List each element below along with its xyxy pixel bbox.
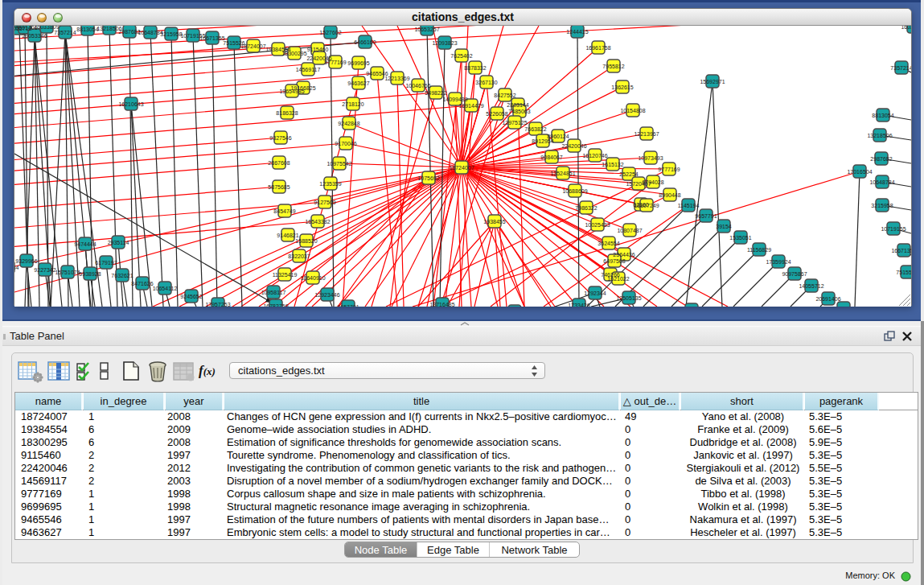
svg-text:1075692: 1075692	[417, 175, 439, 181]
svg-text:18640910: 18640910	[300, 275, 325, 281]
svg-text:90975867: 90975867	[782, 271, 807, 277]
svg-text:12213967: 12213967	[634, 131, 659, 137]
svg-text:1145194: 1145194	[678, 203, 700, 208]
svg-text:13716485: 13716485	[429, 302, 454, 307]
svg-text:9327546: 9327546	[269, 135, 291, 141]
svg-text:8878332: 8878332	[464, 65, 486, 71]
svg-text:20691406: 20691406	[815, 296, 840, 302]
svg-text:10653257: 10653257	[414, 27, 439, 32]
svg-text:16033809: 16033809	[901, 26, 911, 30]
svg-text:12505135: 12505135	[616, 295, 641, 301]
svg-text:9127509: 9127509	[314, 200, 335, 205]
svg-text:6466160: 6466160	[354, 39, 376, 45]
svg-text:6794028: 6794028	[642, 179, 663, 185]
svg-text:18724007: 18724007	[240, 43, 265, 49]
svg-text:10688609: 10688609	[562, 188, 587, 194]
svg-text:2867608: 2867608	[268, 160, 290, 166]
svg-text:2803144: 2803144	[507, 102, 528, 108]
svg-text:29053346: 29053346	[831, 306, 856, 307]
svg-text:16210643: 16210643	[118, 101, 143, 107]
svg-text:39154: 39154	[716, 224, 732, 229]
svg-text:1244415: 1244415	[566, 29, 588, 35]
svg-text:8186328: 8186328	[276, 110, 298, 116]
svg-text:7986322: 7986322	[575, 205, 597, 211]
svg-text:8990448: 8990448	[659, 192, 680, 198]
svg-text:9146821: 9146821	[277, 233, 298, 238]
svg-text:12213369: 12213369	[384, 76, 409, 81]
svg-text:18724007: 18724007	[449, 165, 474, 171]
svg-text:10648784: 10648784	[138, 30, 162, 35]
svg-text:10648784: 10648784	[869, 179, 894, 185]
svg-text:17359924: 17359924	[766, 259, 791, 265]
svg-text:9227342: 9227342	[34, 267, 55, 273]
svg-text:9084067: 9084067	[540, 154, 562, 160]
svg-text:10973493: 10973493	[638, 155, 663, 161]
svg-text:9657791: 9657791	[695, 213, 717, 219]
svg-text:7625402: 7625402	[450, 53, 472, 59]
svg-text:9329966: 9329966	[15, 258, 37, 264]
svg-text:10719155: 10719155	[881, 226, 906, 232]
svg-text:9777169: 9777169	[658, 167, 680, 172]
svg-text:7357214: 7357214	[54, 30, 76, 35]
svg-text:15751074: 15751074	[55, 270, 80, 275]
svg-text:2718120: 2718120	[342, 101, 363, 107]
svg-text:13524851: 13524851	[550, 171, 575, 176]
svg-text:10807487: 10807487	[617, 228, 642, 233]
svg-text:18300295: 18300295	[281, 51, 306, 56]
svg-text:19654985: 19654985	[279, 89, 304, 94]
svg-text:16914479: 16914479	[458, 103, 483, 109]
svg-text:8471626: 8471626	[131, 281, 153, 286]
svg-text:10958117: 10958117	[261, 290, 286, 295]
svg-text:9115460: 9115460	[307, 47, 329, 52]
svg-text:7357214: 7357214	[890, 65, 911, 71]
svg-text:8322037: 8322037	[288, 253, 310, 259]
svg-text:1292344: 1292344	[584, 290, 606, 296]
svg-text:3215958: 3215958	[160, 31, 182, 37]
svg-text:3267130: 3267130	[475, 80, 497, 85]
svg-text:2364436: 2364436	[613, 252, 634, 257]
svg-text:8454749: 8454749	[273, 208, 295, 214]
svg-text:17016504: 17016504	[847, 169, 872, 175]
svg-text:8813054: 8813054	[872, 113, 893, 118]
svg-text:7663822: 7663822	[524, 126, 546, 132]
svg-text:22420046: 22420046	[561, 143, 586, 149]
svg-text:16961758: 16961758	[585, 45, 610, 51]
svg-text:1535051: 1535051	[729, 235, 751, 241]
svg-text:7485063: 7485063	[508, 109, 530, 114]
svg-text:5226058: 5226058	[486, 111, 507, 117]
svg-text:11156829: 11156829	[747, 247, 771, 253]
svg-text:16543382: 16543382	[305, 219, 330, 225]
svg-text:12093823: 12093823	[432, 40, 457, 46]
svg-text:7955812: 7955812	[602, 64, 624, 69]
svg-text:10046766: 10046766	[405, 83, 430, 89]
svg-text:9170046: 9170046	[335, 141, 356, 146]
svg-text:5498222: 5498222	[425, 90, 446, 96]
svg-text:10654112: 10654112	[153, 286, 178, 291]
svg-text:1167534: 1167534	[14, 265, 18, 270]
svg-text:10154808: 10154808	[620, 108, 645, 113]
svg-text:16671355: 16671355	[891, 248, 911, 253]
svg-text:252254: 252254	[619, 171, 638, 177]
svg-text:7632621: 7632621	[111, 273, 133, 278]
svg-text:7515526: 7515526	[896, 270, 911, 275]
svg-text:17957253: 17957253	[205, 302, 230, 307]
svg-text:1588520: 1588520	[295, 238, 317, 244]
svg-text:9699695: 9699695	[347, 60, 369, 66]
svg-text:9474444: 9474444	[74, 241, 96, 247]
svg-text:18807249: 18807249	[634, 203, 659, 208]
svg-text:9245652: 9245652	[180, 294, 202, 299]
svg-text:3624554: 3624554	[598, 241, 619, 246]
svg-text:11325419: 11325419	[273, 272, 298, 278]
svg-text:10025433: 10025433	[585, 222, 610, 228]
svg-text:13218506: 13218506	[867, 133, 892, 138]
svg-text:14055712: 14055712	[799, 283, 823, 289]
svg-text:12923446: 12923446	[314, 292, 339, 298]
svg-text:14569117: 14569117	[296, 67, 321, 72]
svg-text:16671355: 16671355	[199, 35, 224, 41]
svg-text:10975542: 10975542	[326, 161, 351, 167]
svg-text:1615132: 1615132	[602, 162, 623, 167]
svg-text:1621022: 1621022	[607, 276, 629, 282]
svg-text:12975125: 12975125	[502, 120, 527, 126]
svg-text:14099489: 14099489	[442, 97, 467, 102]
svg-text:8813054: 8813054	[76, 27, 98, 32]
